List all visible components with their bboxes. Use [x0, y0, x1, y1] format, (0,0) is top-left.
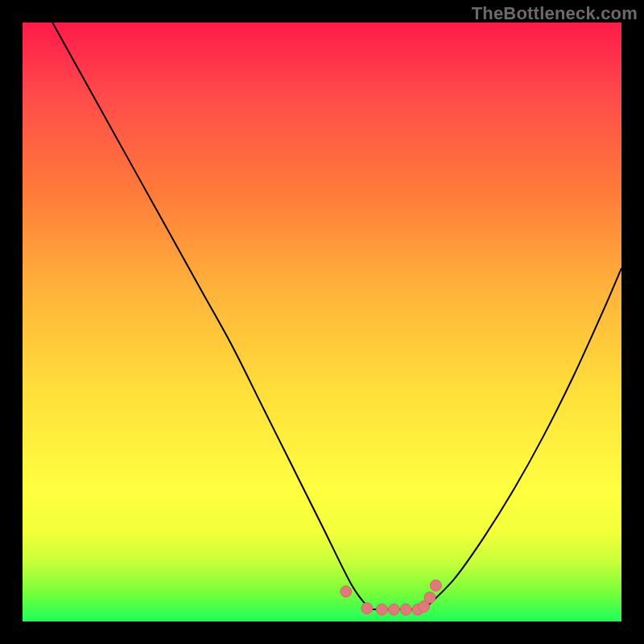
- chart-frame: [23, 23, 621, 621]
- valley-marker: [400, 604, 411, 615]
- valley-marker: [376, 604, 387, 615]
- bottleneck-curve: [52, 23, 621, 612]
- valley-marker: [430, 580, 441, 591]
- watermark-text: TheBottleneck.com: [472, 3, 638, 24]
- valley-marker: [341, 586, 352, 597]
- valley-marker: [388, 604, 399, 615]
- marker-container: [341, 580, 442, 615]
- valley-marker: [424, 592, 436, 603]
- chart-svg: [23, 23, 621, 621]
- series-container: [52, 23, 621, 612]
- valley-marker: [361, 603, 373, 614]
